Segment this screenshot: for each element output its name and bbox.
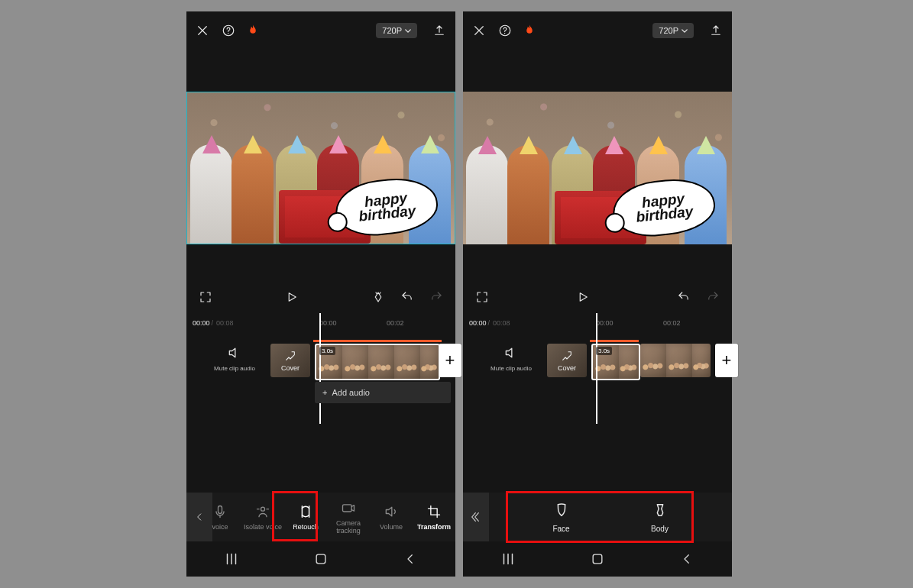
resolution-picker[interactable]: 720P bbox=[652, 23, 694, 38]
mute-label: Mute clip audio bbox=[208, 365, 261, 372]
help-icon[interactable] bbox=[497, 22, 513, 39]
keyframe-icon[interactable] bbox=[370, 289, 387, 305]
tool-label: Isolate voice bbox=[244, 523, 282, 531]
add-clip-button[interactable]: + bbox=[439, 344, 461, 377]
mute-clip-audio-button[interactable]: Mute clip audio bbox=[208, 345, 261, 372]
tool-retouch[interactable]: Retouch bbox=[284, 503, 327, 531]
export-icon[interactable] bbox=[707, 22, 724, 39]
time-current: 00:00 bbox=[469, 319, 487, 327]
flame-icon[interactable] bbox=[523, 22, 536, 39]
camera-icon bbox=[340, 499, 357, 516]
tool-crop[interactable]: Transform bbox=[413, 503, 455, 531]
cover-button[interactable]: Cover bbox=[547, 344, 587, 377]
svg-rect-4 bbox=[343, 505, 352, 512]
svg-rect-6 bbox=[316, 554, 325, 564]
mute-clip-audio-button[interactable]: Mute clip audio bbox=[484, 345, 538, 372]
bottom-toolbar: FaceBody bbox=[463, 493, 732, 541]
resolution-picker[interactable]: 720P bbox=[376, 23, 417, 38]
tool-label: Volume bbox=[380, 523, 403, 531]
play-icon[interactable] bbox=[283, 289, 300, 305]
speaker-icon bbox=[383, 503, 400, 520]
time-current: 00:00 bbox=[193, 319, 210, 327]
nav-home-icon[interactable] bbox=[575, 551, 620, 567]
time-ruler[interactable]: 00:00 / 00:08 00:00 00:02 bbox=[186, 318, 455, 328]
clip-duration: 3.0s bbox=[319, 347, 335, 355]
undo-icon[interactable] bbox=[399, 289, 416, 305]
add-audio-button[interactable]: + Add audio bbox=[315, 382, 451, 403]
nav-recents-icon[interactable] bbox=[485, 551, 531, 567]
crop-icon bbox=[426, 503, 442, 520]
add-audio-label: Add audio bbox=[332, 388, 370, 397]
nav-home-icon[interactable] bbox=[298, 551, 344, 567]
time-total: 00:08 bbox=[216, 319, 234, 327]
toolbar-back-button[interactable] bbox=[463, 493, 489, 541]
svg-rect-2 bbox=[219, 506, 222, 514]
plus-icon: + bbox=[722, 351, 732, 370]
tool-mic[interactable]: voice bbox=[199, 503, 241, 531]
close-icon[interactable] bbox=[194, 22, 211, 39]
ruler-tick: 00:02 bbox=[663, 319, 681, 327]
tool-label: Face bbox=[552, 525, 569, 533]
bottom-toolbar: voiceIsolate voiceRetouchCamera tracking… bbox=[186, 493, 455, 541]
nav-back-icon[interactable] bbox=[664, 552, 710, 566]
tool-label: Retouch bbox=[293, 523, 319, 531]
redo-icon bbox=[428, 289, 445, 305]
flame-icon[interactable] bbox=[246, 22, 260, 39]
timeline-clip[interactable]: 3.0s bbox=[591, 344, 640, 380]
cover-label: Cover bbox=[558, 364, 576, 372]
body-icon bbox=[651, 502, 669, 520]
timeline-clip[interactable]: 3.0s bbox=[315, 344, 440, 380]
isolate-icon bbox=[254, 503, 271, 520]
plus-icon: + bbox=[445, 351, 455, 370]
tool-face[interactable]: Face bbox=[552, 502, 571, 533]
export-icon[interactable] bbox=[431, 22, 448, 39]
time-sep: / bbox=[488, 319, 490, 327]
retouch-icon bbox=[297, 503, 314, 520]
play-icon[interactable] bbox=[575, 289, 591, 305]
cover-button[interactable]: Cover bbox=[270, 344, 310, 377]
svg-point-1 bbox=[228, 33, 229, 34]
face-icon bbox=[552, 502, 571, 520]
add-clip-button[interactable]: + bbox=[715, 344, 738, 377]
nav-recents-icon[interactable] bbox=[209, 551, 254, 567]
time-ruler[interactable]: 00:00 / 00:08 00:00 00:02 bbox=[463, 318, 732, 328]
player-controls bbox=[463, 286, 732, 308]
timeline[interactable]: Mute clip audio Cover 3.0s + + Add a bbox=[186, 344, 455, 388]
chevron-down-icon bbox=[682, 29, 688, 33]
playhead[interactable] bbox=[596, 313, 597, 424]
android-navbar bbox=[186, 541, 455, 577]
tool-body[interactable]: Body bbox=[651, 502, 669, 533]
mute-label: Mute clip audio bbox=[484, 365, 538, 372]
tool-label: Body bbox=[651, 525, 669, 533]
undo-icon[interactable] bbox=[675, 289, 692, 305]
help-icon[interactable] bbox=[220, 22, 237, 39]
bubble-text: happy birthday bbox=[634, 191, 694, 225]
android-navbar bbox=[463, 541, 732, 577]
toolbar-items: voiceIsolate voiceRetouchCamera tracking… bbox=[199, 493, 455, 541]
tool-label: voice bbox=[212, 523, 228, 531]
tool-isolate[interactable]: Isolate voice bbox=[241, 503, 284, 531]
svg-rect-9 bbox=[593, 554, 602, 564]
time-total: 00:08 bbox=[493, 319, 510, 327]
time-sep: / bbox=[212, 319, 214, 327]
ruler-tick: 00:00 bbox=[596, 319, 614, 327]
fullscreen-icon[interactable] bbox=[197, 289, 214, 305]
svg-point-8 bbox=[504, 33, 506, 34]
tool-speaker[interactable]: Volume bbox=[370, 503, 413, 531]
cover-label: Cover bbox=[281, 364, 299, 372]
bubble-text: happy birthday bbox=[357, 190, 416, 224]
nav-back-icon[interactable] bbox=[387, 552, 433, 566]
tool-label: Transform bbox=[417, 523, 451, 531]
video-preview[interactable]: happy birthday bbox=[186, 92, 455, 244]
playhead[interactable] bbox=[319, 313, 321, 424]
ruler-tick: 00:02 bbox=[387, 319, 404, 327]
fullscreen-icon[interactable] bbox=[474, 289, 490, 305]
phone-screenshot-left: 720P happy birthday bbox=[186, 11, 455, 577]
timeline[interactable]: Mute clip audio Cover 3.0s + bbox=[463, 344, 732, 388]
phone-screenshot-right: 720P happy birthday bbox=[463, 11, 732, 577]
tool-camera[interactable]: Camera tracking bbox=[327, 499, 370, 535]
close-icon[interactable] bbox=[471, 22, 487, 39]
video-preview[interactable]: happy birthday bbox=[463, 92, 732, 244]
redo-icon bbox=[704, 289, 721, 305]
resolution-label: 720P bbox=[659, 26, 678, 35]
